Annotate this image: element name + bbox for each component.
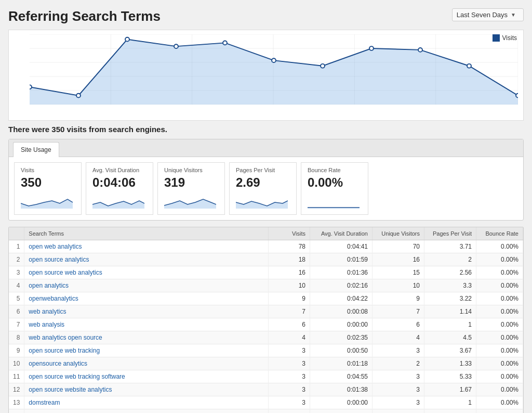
- cell-row-num: 7: [9, 318, 24, 331]
- metric-bounce-rate: Bounce Rate 0.00%: [301, 162, 368, 215]
- svg-marker-25: [164, 199, 216, 209]
- metric-visits: Visits 350: [14, 162, 82, 215]
- metric-avg-duration: Avg. Visit Duration 0:04:06: [86, 162, 153, 215]
- legend-label-visits: Visits: [502, 34, 517, 42]
- cell-search-term[interactable]: openwebanalytics: [24, 292, 269, 305]
- metric-ppv-value: 2.69: [236, 175, 290, 190]
- cell-avg-duration: 0:02:16: [310, 279, 373, 292]
- cell-unique-visitors: 3: [373, 370, 424, 383]
- cell-search-term[interactable]: open source website analytics: [24, 383, 269, 396]
- cell-pages-per-visit: 1.67: [424, 409, 476, 414]
- chart-point: [467, 64, 471, 68]
- metric-bounce-value: 0.00%: [308, 175, 362, 190]
- cell-bounce-rate: 0.00%: [476, 279, 523, 292]
- cell-bounce-rate: 0.00%: [476, 266, 523, 279]
- table-row: 12open source website analytics30:01:383…: [9, 383, 523, 396]
- col-header-unique: Unique Visitors: [373, 227, 424, 240]
- cell-search-term[interactable]: domstream: [24, 396, 269, 409]
- table-row: 13domstream30:00:00310.00%: [9, 396, 523, 409]
- cell-visits: 4: [269, 331, 310, 344]
- tab-site-usage[interactable]: Site Usage: [13, 142, 59, 157]
- cell-search-term[interactable]: open analytics: [24, 279, 269, 292]
- cell-bounce-rate: 0.00%: [476, 357, 523, 370]
- metric-avg-duration-value: 0:04:06: [92, 175, 147, 190]
- chart-point: [76, 94, 81, 98]
- chart-legend: Visits: [493, 34, 517, 42]
- cell-search-term[interactable]: opensource analytics: [24, 357, 269, 370]
- table-row: 3open source web analytics160:01:36152.5…: [9, 266, 523, 279]
- table-row: 5openwebanalytics90:04:2293.220.00%: [9, 292, 523, 305]
- col-header-avg-duration: Avg. Visit Duration: [310, 227, 373, 240]
- cell-unique-visitors: 2: [373, 357, 424, 370]
- cell-unique-visitors: 15: [373, 266, 424, 279]
- date-range-selector[interactable]: Last Seven Days ▼: [452, 8, 524, 21]
- cell-visits: 7: [269, 305, 310, 318]
- table-row: 6web analytics70:00:0871.140.00%: [9, 305, 523, 318]
- cell-unique-visitors: 3: [373, 409, 424, 414]
- data-table-container: Search Terms Visits Avg. Visit Duration …: [8, 227, 524, 413]
- metric-pages-per-visit: Pages Per Visit 2.69: [229, 162, 297, 215]
- cell-bounce-rate: 0.00%: [476, 344, 523, 357]
- cell-unique-visitors: 10: [373, 279, 424, 292]
- cell-visits: 3: [269, 396, 310, 409]
- cell-visits: 3: [269, 370, 310, 383]
- cell-search-term[interactable]: open source web tracking software: [24, 370, 269, 383]
- chart-point: [516, 94, 518, 98]
- metrics-row: Visits 350 Avg. Visit Duration 0:04:06 U…: [9, 157, 523, 220]
- cell-avg-duration: 0:04:55: [310, 370, 373, 383]
- cell-search-term[interactable]: open source web tracking: [24, 344, 269, 357]
- sparkline-bounce: [308, 193, 360, 209]
- table-row: 8web analytics open source40:02:3544.50.…: [9, 331, 523, 344]
- cell-visits: 3: [269, 409, 310, 414]
- cell-avg-duration: 0:00:22: [310, 409, 373, 414]
- table-row: 9open source web tracking30:00:5033.670.…: [9, 344, 523, 357]
- cell-unique-visitors: 3: [373, 396, 424, 409]
- cell-bounce-rate: 0.00%: [476, 305, 523, 318]
- col-header-num: [9, 227, 24, 240]
- table-header-row: Search Terms Visits Avg. Visit Duration …: [9, 227, 523, 240]
- cell-unique-visitors: 9: [373, 292, 424, 305]
- cell-visits: 16: [269, 266, 310, 279]
- cell-bounce-rate: 0.00%: [476, 253, 523, 266]
- cell-search-term[interactable]: web analysis: [24, 318, 269, 331]
- sparkline-avg-duration: [92, 193, 144, 209]
- cell-visits: 10: [269, 279, 310, 292]
- cell-search-term[interactable]: web analytic: [24, 409, 269, 414]
- cell-avg-duration: 0:00:00: [310, 318, 373, 331]
- table-row: 2open source analytics180:01:591620.00%: [9, 253, 523, 266]
- table-row: 11open source web tracking software30:04…: [9, 370, 523, 383]
- cell-avg-duration: 0:01:18: [310, 357, 373, 370]
- page-title: Referring Search Terms: [8, 8, 161, 24]
- page-header: Referring Search Terms Last Seven Days ▼: [8, 8, 524, 24]
- cell-pages-per-visit: 4.5: [424, 331, 476, 344]
- cell-bounce-rate: 0.00%: [476, 240, 523, 253]
- table-row: 14web analytic30:00:2231.670.00%: [9, 409, 523, 414]
- cell-bounce-rate: 0.00%: [476, 292, 523, 305]
- cell-bounce-rate: 0.00%: [476, 370, 523, 383]
- cell-unique-visitors: 6: [373, 318, 424, 331]
- table-row: 1open web analytics780:04:41703.710.00%: [9, 240, 523, 253]
- metric-unique-visitors: Unique Visitors 319: [157, 162, 225, 215]
- cell-row-num: 13: [9, 396, 24, 409]
- cell-unique-visitors: 7: [373, 305, 424, 318]
- cell-search-term[interactable]: open web analytics: [24, 240, 269, 253]
- cell-pages-per-visit: 1: [424, 318, 476, 331]
- visits-chart: Visits 70 60 50 40 30: [8, 30, 524, 121]
- cell-search-term[interactable]: web analytics: [24, 305, 269, 318]
- cell-unique-visitors: 4: [373, 331, 424, 344]
- chart-point: [418, 48, 422, 52]
- col-header-bounce: Bounce Rate: [476, 227, 523, 240]
- cell-pages-per-visit: 3.3: [424, 279, 476, 292]
- cell-pages-per-visit: 1.33: [424, 357, 476, 370]
- dropdown-arrow-icon: ▼: [511, 12, 516, 18]
- cell-search-term[interactable]: open source web analytics: [24, 266, 269, 279]
- cell-search-term[interactable]: open source analytics: [24, 253, 269, 266]
- cell-avg-duration: 0:01:59: [310, 253, 373, 266]
- cell-visits: 9: [269, 292, 310, 305]
- table-row: 10opensource analytics30:01:1821.330.00%: [9, 357, 523, 370]
- date-range-label: Last Seven Days: [457, 11, 508, 19]
- chart-point: [369, 46, 374, 50]
- cell-row-num: 6: [9, 305, 24, 318]
- cell-row-num: 14: [9, 409, 24, 414]
- cell-search-term[interactable]: web analytics open source: [24, 331, 269, 344]
